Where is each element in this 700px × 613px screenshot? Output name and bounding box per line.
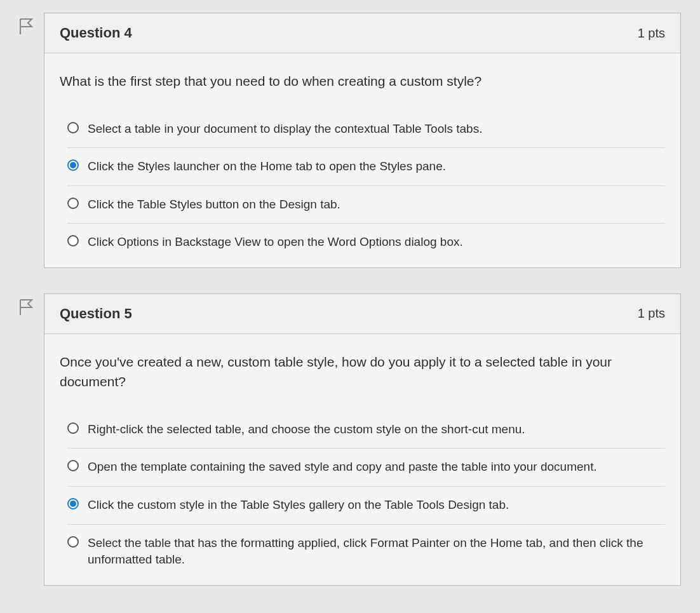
flag-icon[interactable] (19, 299, 34, 316)
options-list: Right-click the selected table, and choo… (60, 411, 665, 579)
option-text: Select the table that has the formatting… (88, 535, 665, 569)
question-body: Once you've created a new, custom table … (44, 334, 680, 585)
option-row[interactable]: Select a table in your document to displ… (67, 111, 665, 148)
question-prompt: What is the first step that you need to … (60, 71, 665, 91)
option-text: Click the Styles launcher on the Home ta… (88, 158, 446, 175)
radio-button[interactable] (67, 122, 79, 133)
flag-icon[interactable] (19, 18, 34, 36)
question-body: What is the first step that you need to … (44, 53, 680, 267)
option-row[interactable]: Click the custom style in the Table Styl… (67, 486, 665, 524)
option-row[interactable]: Open the template containing the saved s… (67, 448, 665, 486)
question-header: Question 4 1 pts (44, 13, 680, 53)
radio-button[interactable] (67, 460, 79, 471)
radio-button[interactable] (67, 536, 79, 548)
option-row[interactable]: Click the Styles launcher on the Home ta… (67, 147, 665, 185)
option-row[interactable]: Right-click the selected table, and choo… (67, 411, 665, 448)
question-title: Question 5 (60, 306, 132, 322)
question-card: Question 5 1 pts Once you've created a n… (44, 293, 681, 586)
question-card: Question 4 1 pts What is the first step … (44, 13, 681, 268)
radio-button[interactable] (67, 198, 79, 209)
question-title: Question 4 (60, 25, 132, 41)
option-text: Select a table in your document to displ… (88, 121, 482, 138)
options-list: Select a table in your document to displ… (60, 111, 665, 261)
question-points: 1 pts (638, 26, 665, 41)
question-prompt: Once you've created a new, custom table … (60, 352, 665, 392)
option-text: Click the custom style in the Table Styl… (88, 497, 509, 514)
option-row[interactable]: Click the Table Styles button on the Des… (67, 185, 665, 224)
option-row[interactable]: Click Options in Backstage View to open … (67, 223, 665, 261)
option-text: Click Options in Backstage View to open … (88, 234, 463, 251)
option-row[interactable]: Select the table that has the formatting… (67, 524, 665, 579)
question-header: Question 5 1 pts (44, 294, 680, 334)
option-text: Open the template containing the saved s… (88, 459, 597, 476)
question-points: 1 pts (638, 306, 665, 321)
radio-button[interactable] (67, 159, 79, 171)
option-text: Click the Table Styles button on the Des… (88, 196, 340, 213)
radio-button[interactable] (67, 422, 79, 434)
radio-button[interactable] (67, 498, 79, 509)
question-5-wrapper: Question 5 1 pts Once you've created a n… (19, 293, 681, 586)
radio-button[interactable] (67, 235, 79, 246)
option-text: Right-click the selected table, and choo… (88, 421, 525, 438)
question-4-wrapper: Question 4 1 pts What is the first step … (19, 13, 681, 268)
